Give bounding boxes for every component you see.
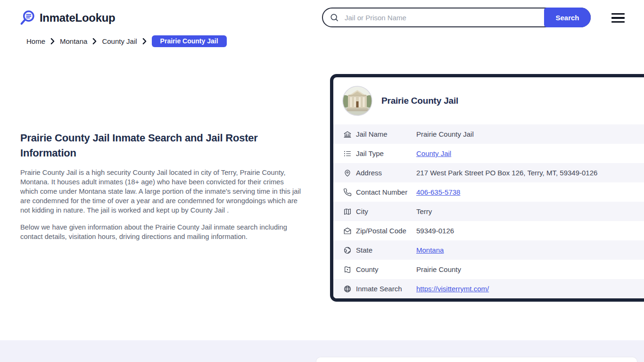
jail-info-value: 59349-0126 [416,227,454,235]
jail-info-row: CityTerry [333,202,644,221]
jail-info-row: Inmate Searchhttps://visitterrymt.com/ [333,279,644,298]
jail-info-card: Prairie County Jail Jail NamePrairie Cou… [330,74,644,302]
search-icon [330,13,339,22]
jail-info-label: Contact Number [356,188,416,196]
search-bar: Search [322,8,591,27]
chevron-right-icon [50,38,55,44]
search-button[interactable]: Search [544,8,591,27]
jail-card-header: Prairie County Jail [333,77,644,124]
jail-info-value: Prairie County Jail [416,130,474,138]
breadcrumb-link-montana[interactable]: Montana [60,37,87,45]
list-icon [343,149,352,158]
jail-info-value[interactable]: County Jail [416,149,451,157]
jail-info-label: Jail Name [356,130,416,138]
site-logo-text: InmateLookup [40,11,115,25]
article-paragraph: Prairie County Jail is a high security C… [20,168,303,215]
jail-info-value: Terry [416,207,432,215]
jail-info-value[interactable]: https://visitterrymt.com/ [416,285,489,293]
jail-info-label: County [356,265,416,273]
jail-info-value: Prairie County [416,265,461,273]
jail-info-row: Contact Number406-635-5738 [333,182,644,202]
magnifier-list-icon [19,9,36,26]
breadcrumb-link-home[interactable]: Home [26,37,45,45]
chevron-right-icon [142,38,147,44]
chevron-right-icon [92,38,97,44]
jail-info-value[interactable]: Montana [416,246,444,254]
page: InmateLookup Search HomeMontanaCounty Ja… [0,0,644,362]
jail-info-label: Inmate Search [356,285,416,293]
jail-info-label: Jail Type [356,149,416,157]
bottom-card-top-edge [316,357,637,362]
phone-icon [343,188,352,197]
courthouse-photo [342,86,372,116]
globe-icon [343,285,352,293]
bank-icon [343,130,352,139]
site-logo[interactable]: InmateLookup [19,9,115,26]
jail-info-value[interactable]: 406-635-5738 [416,188,460,196]
breadcrumb: HomeMontanaCounty JailPrairie County Jai… [26,35,227,47]
envelope-icon [343,227,352,235]
jail-info-row: Jail NamePrairie County Jail [333,124,644,144]
jail-info-table: Jail NamePrairie County JailJail TypeCou… [333,124,644,298]
map-pin-icon [343,169,352,177]
jail-info-value: 217 West Park Street PO Box 126, Terry, … [416,169,597,177]
jail-info-row: Address217 West Park Street PO Box 126, … [333,163,644,182]
page-title: Prairie County Jail Inmate Search and Ja… [20,131,289,161]
map-icon [343,207,352,216]
jail-info-row: StateMontana [333,240,644,260]
jail-info-row: CountyPrairie County [333,260,644,279]
menu-icon[interactable] [611,13,625,23]
jail-info-row: Jail TypeCounty Jail [333,144,644,163]
breadcrumb-current[interactable]: Prairie County Jail [152,35,227,47]
jail-info-label: City [356,207,416,215]
jail-info-label: State [356,246,416,254]
jail-info-row: Zip/Postal Code59349-0126 [333,221,644,240]
county-map-icon [343,265,352,274]
jail-card-title: Prairie County Jail [381,96,458,106]
jail-info-label: Address [356,169,416,177]
article-paragraph: Below we have given information about th… [20,222,303,241]
jail-info-label: Zip/Postal Code [356,227,416,235]
breadcrumb-link-county-jail[interactable]: County Jail [102,37,137,45]
earth-icon [343,246,352,255]
